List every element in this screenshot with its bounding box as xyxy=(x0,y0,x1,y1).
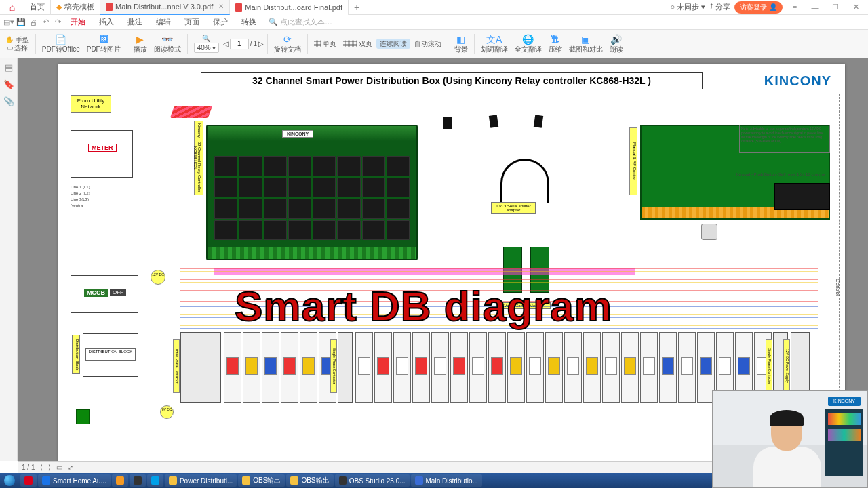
undo-icon[interactable]: ↶ xyxy=(39,18,52,26)
voice-module-area: 1 to 3 Serial splitter adapter Voice Con… xyxy=(456,131,589,267)
continuous-read[interactable]: 连续阅读 xyxy=(376,39,410,49)
auto-scroll[interactable]: 自动滚动 xyxy=(412,40,444,47)
meter-label: METER xyxy=(88,144,117,152)
taskbar-item[interactable] xyxy=(130,474,146,487)
taskbar-item[interactable] xyxy=(112,474,128,487)
read-mode[interactable]: 👓阅读模式 xyxy=(151,35,184,53)
close-icon[interactable]: ✕ xyxy=(218,3,224,10)
keypad-label: Keypad - Push Button -Self reset 16 x 16… xyxy=(736,172,825,176)
webcam-brand: KINCONY xyxy=(828,396,861,406)
mccb-label: MCCB xyxy=(84,289,108,297)
print-icon[interactable]: 🖨 xyxy=(27,18,39,26)
taskbar-item[interactable]: OBS输出 xyxy=(238,474,285,487)
line-labels: Line 1 (L1)Line 2 (L2)Line 3(L3)Neutral xyxy=(71,184,90,209)
page-nav[interactable]: ◁ / 1 ▷ xyxy=(223,39,264,49)
pdf-to-office[interactable]: 📄PDF转Office xyxy=(39,35,83,53)
meter-box xyxy=(71,130,133,178)
menu-icon[interactable]: ≡ xyxy=(787,3,803,12)
dc12-label: 12V DC xyxy=(151,270,165,285)
dist-side-label: Distribution Block xyxy=(72,335,80,374)
connector-plug xyxy=(489,115,498,127)
screenshot-compare[interactable]: ▣截图和对比 xyxy=(566,35,606,53)
menu-page[interactable]: 页面 xyxy=(178,17,206,27)
left-sidebar: ▤ 🔖 📎 xyxy=(0,58,18,461)
double-page[interactable]: ▦▦ 双页 xyxy=(340,40,375,47)
tab-home[interactable]: 首页 xyxy=(24,0,51,15)
fullscreen-icon[interactable]: ⤢ xyxy=(68,464,73,471)
word-translate[interactable]: 文A划词翻译 xyxy=(478,35,511,53)
redo-icon[interactable]: ↷ xyxy=(52,18,64,26)
taskbar-item[interactable]: Main Distributio... xyxy=(411,474,482,487)
pdf-icon xyxy=(235,3,242,12)
taskbar-item[interactable] xyxy=(20,474,37,487)
tab-pdf-final[interactable]: Main Distribut...oard Final.pdf xyxy=(230,0,349,15)
pdf-to-image[interactable]: 🖼PDF转图片 xyxy=(84,35,123,53)
bookmarks-icon[interactable]: 🔖 xyxy=(3,79,14,89)
menu-start[interactable]: 开始 xyxy=(64,17,92,27)
page-input[interactable] xyxy=(230,39,249,49)
brand-logo: KINCONY xyxy=(764,73,831,89)
control-label: Control xyxy=(833,253,841,321)
hand-tool[interactable]: ✋ 手型▭ 选择 xyxy=(3,36,32,52)
shelf-graphic xyxy=(825,409,863,476)
minimize-icon[interactable]: — xyxy=(807,3,823,12)
taskbar-item[interactable]: OBS输出 xyxy=(286,474,333,487)
menu-bar: ▤▾ 💾 🖨 ↶ ↷ 开始 插入 批注 编辑 页面 保护 转换 🔍 点此查找文本… xyxy=(0,15,868,30)
app-home-icon[interactable]: ⌂ xyxy=(0,2,24,13)
thumbnails-icon[interactable]: ▤ xyxy=(5,62,13,73)
taskbar-item[interactable] xyxy=(147,474,163,487)
mccb-state: OFF xyxy=(110,289,126,296)
page-indicator: 1 / 1 xyxy=(22,464,35,471)
taskbar-item[interactable]: Smart Home Au... xyxy=(38,474,111,487)
ribbon-toolbar: ✋ 手型▭ 选择 📄PDF转Office 🖼PDF转图片 ▶播放 👓阅读模式 🔍… xyxy=(0,30,868,58)
read-aloud[interactable]: 🔊朗读 xyxy=(607,35,626,53)
keypad-graphic xyxy=(774,183,830,210)
cable-arc xyxy=(500,159,549,203)
rf-remote xyxy=(701,224,717,240)
new-tab-button[interactable]: + xyxy=(349,2,365,13)
menu-convert[interactable]: 转换 xyxy=(235,17,263,27)
login-button[interactable]: 访客登录 👤 xyxy=(734,1,783,14)
sync-status[interactable]: ○ 未同步 ▾ xyxy=(670,2,705,12)
maximize-icon[interactable]: ☐ xyxy=(827,3,844,12)
start-button[interactable] xyxy=(0,473,19,488)
close-window-icon[interactable]: ✕ xyxy=(848,3,864,12)
dist-box-label: DISTRIBUTION BLOCK xyxy=(85,348,136,361)
play-button[interactable]: ▶播放 xyxy=(131,35,150,53)
save-icon[interactable]: 💾 xyxy=(15,18,27,26)
person-hair xyxy=(770,410,804,426)
pdf-icon xyxy=(106,3,113,11)
tab-pdf-main[interactable]: Main Distribut...nnel V 3.0.pdf✕ xyxy=(100,0,230,15)
background-button[interactable]: ◧背景 xyxy=(452,35,471,53)
tab-template[interactable]: ◆稿壳模板 xyxy=(51,0,100,15)
share-button[interactable]: ⤴ 分享 xyxy=(709,2,730,12)
search-input[interactable]: 🔍 点此查找文本… xyxy=(269,17,332,27)
menu-protect[interactable]: 保护 xyxy=(206,17,235,27)
compress-button[interactable]: 🗜压缩 xyxy=(546,35,565,53)
rotate-button[interactable]: ⟳旋转文档 xyxy=(271,35,304,53)
menu-dropdown-icon[interactable]: ▤▾ xyxy=(3,18,15,26)
relay-side-label: Kincony - 32 Channel Relay Controller KC… xyxy=(194,121,203,195)
title-bar: ⌂ 首页 ◆稿壳模板 Main Distribut...nnel V 3.0.p… xyxy=(0,0,868,15)
connector-plug xyxy=(534,115,543,127)
next-page-icon[interactable]: ⟩ xyxy=(48,464,51,471)
taskbar-item[interactable]: OBS Studio 25.0... xyxy=(335,474,410,487)
windows-orb-icon xyxy=(4,475,15,486)
single-page[interactable]: ▦ 单页 xyxy=(311,40,339,47)
webcam-overlay: KINCONY xyxy=(712,390,868,488)
person-body xyxy=(753,447,821,488)
menu-insert[interactable]: 插入 xyxy=(92,17,121,27)
ground-symbol xyxy=(76,409,90,424)
menu-annotate[interactable]: 批注 xyxy=(121,17,149,27)
prev-page-icon[interactable]: ⟨ xyxy=(40,464,43,471)
attachments-icon[interactable]: 📎 xyxy=(3,96,14,106)
full-translate[interactable]: 🌐全文翻译 xyxy=(512,35,545,53)
fit-icon[interactable]: ▭ xyxy=(56,464,62,471)
manual-note: Note: Advisable to use separate/independ… xyxy=(739,125,830,153)
menu-edit[interactable]: 编辑 xyxy=(149,17,178,27)
zoom-control[interactable]: 🔍40% ▾ xyxy=(191,35,222,53)
overlay-caption: Smart DB diagram xyxy=(235,282,612,330)
taskbar-item[interactable]: Power Distributi... xyxy=(165,474,237,487)
dc6-label: 6V DC xyxy=(160,405,174,419)
relay-board: KINCONY xyxy=(206,125,418,260)
